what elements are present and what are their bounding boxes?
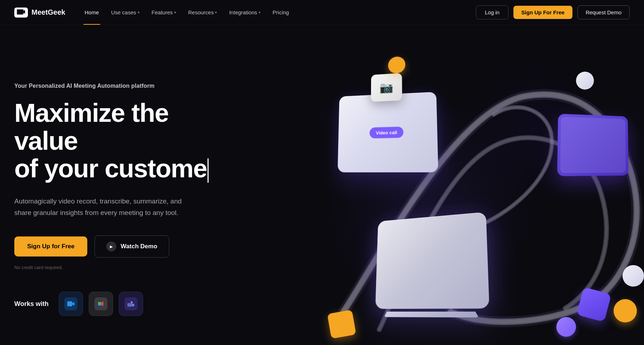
- chevron-down-icon: ▾: [259, 10, 260, 14]
- svg-point-7: [131, 302, 132, 303]
- request-demo-button[interactable]: Request Demo: [577, 5, 630, 19]
- no-credit-card-text: No credit card required.: [14, 265, 236, 270]
- chevron-down-icon: ▾: [138, 10, 140, 14]
- chevron-down-icon: ▾: [215, 10, 217, 14]
- video-call-platform: 📷 Video call: [338, 92, 438, 172]
- nav-link-use-cases[interactable]: Use cases ▾: [106, 6, 145, 18]
- character-purple: [556, 317, 576, 337]
- visual-scene: 📷 Video call: [308, 43, 644, 345]
- integration-icon-teams[interactable]: [119, 292, 143, 316]
- watch-demo-label: Watch Demo: [121, 243, 157, 250]
- accessory-sphere-1: [623, 265, 644, 287]
- camera-box: 📷: [371, 73, 402, 102]
- signup-hero-button[interactable]: Sign Up for Free: [14, 236, 87, 257]
- signup-nav-button[interactable]: Sign Up For Free: [513, 6, 572, 19]
- hero-section: Your Personalized AI Meeting Automation …: [0, 25, 644, 345]
- nav-link-home[interactable]: Home: [80, 6, 104, 18]
- hero-tagline: Your Personalized AI Meeting Automation …: [14, 83, 236, 89]
- navbar: MeetGeek Home Use cases ▾ Features ▾ Res…: [0, 0, 644, 25]
- nav-link-pricing[interactable]: Pricing: [268, 6, 294, 18]
- hero-heading: Maximize the value of your custome: [14, 99, 236, 183]
- integration-icon-google-meet[interactable]: [89, 292, 113, 316]
- svg-rect-6: [127, 303, 132, 307]
- works-with-label: Works with: [14, 300, 49, 308]
- nav-left: MeetGeek Home Use cases ▾ Features ▾ Res…: [14, 6, 294, 18]
- nav-right: Log in Sign Up For Free Request Demo: [476, 5, 630, 19]
- svg-rect-4: [98, 304, 101, 306]
- nav-links: Home Use cases ▾ Features ▾ Resources ▾ …: [80, 6, 294, 18]
- works-with: Works with: [14, 292, 236, 316]
- nav-link-features[interactable]: Features ▾: [147, 6, 181, 18]
- hero-visual: 📷 Video call: [308, 43, 644, 345]
- video-call-label: Video call: [370, 126, 404, 138]
- nav-link-integrations[interactable]: Integrations ▾: [224, 6, 265, 18]
- integration-icon-zoom[interactable]: [59, 292, 83, 316]
- hero-heading-line1: Maximize the value: [14, 99, 169, 155]
- play-icon: ▶: [106, 241, 116, 251]
- integration-icons: [59, 292, 143, 316]
- hero-buttons: Sign Up for Free ▶ Watch Demo: [14, 235, 236, 258]
- cursor-blink: [208, 158, 209, 183]
- hero-description: Automagically video record, transcribe, …: [14, 196, 200, 218]
- accessory-sphere-2: [576, 72, 594, 90]
- logo[interactable]: MeetGeek: [14, 8, 65, 18]
- accessory-cube-orange: [327, 310, 356, 339]
- camera-icon: 📷: [380, 81, 394, 94]
- main-platform-block: [375, 212, 489, 309]
- character-orange-bottom: [614, 299, 637, 322]
- monitor-element: [557, 114, 629, 176]
- logo-text: MeetGeek: [31, 8, 65, 16]
- chevron-down-icon: ▾: [174, 10, 176, 14]
- hero-heading-line2: of your custome: [14, 154, 207, 183]
- watch-demo-button[interactable]: ▶ Watch Demo: [94, 235, 169, 258]
- login-button[interactable]: Log in: [476, 5, 508, 19]
- hero-content: Your Personalized AI Meeting Automation …: [14, 68, 236, 316]
- logo-icon: [14, 8, 28, 18]
- nav-link-resources[interactable]: Resources ▾: [183, 6, 222, 18]
